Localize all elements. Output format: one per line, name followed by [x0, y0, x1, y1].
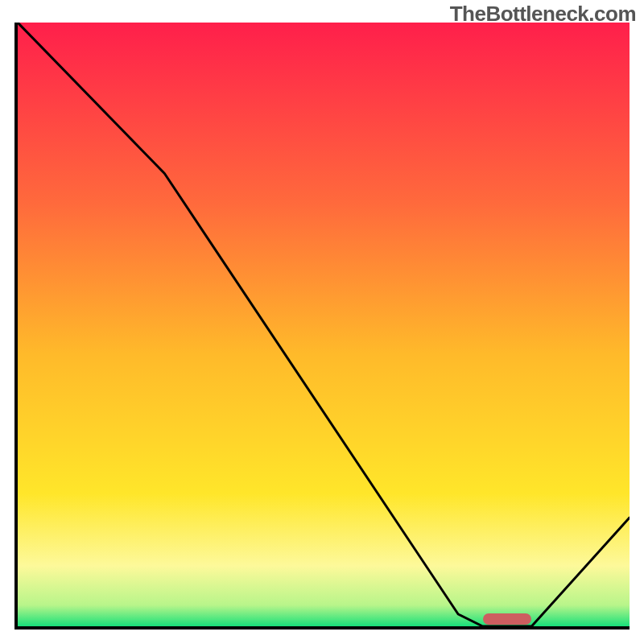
watermark-text: TheBottleneck.com [450, 2, 636, 27]
svg-rect-0 [18, 23, 630, 626]
chart-frame: TheBottleneck.com [0, 0, 644, 644]
optimal-zone-marker [483, 613, 532, 625]
background-gradient [18, 23, 630, 626]
plot-area [14, 23, 630, 630]
